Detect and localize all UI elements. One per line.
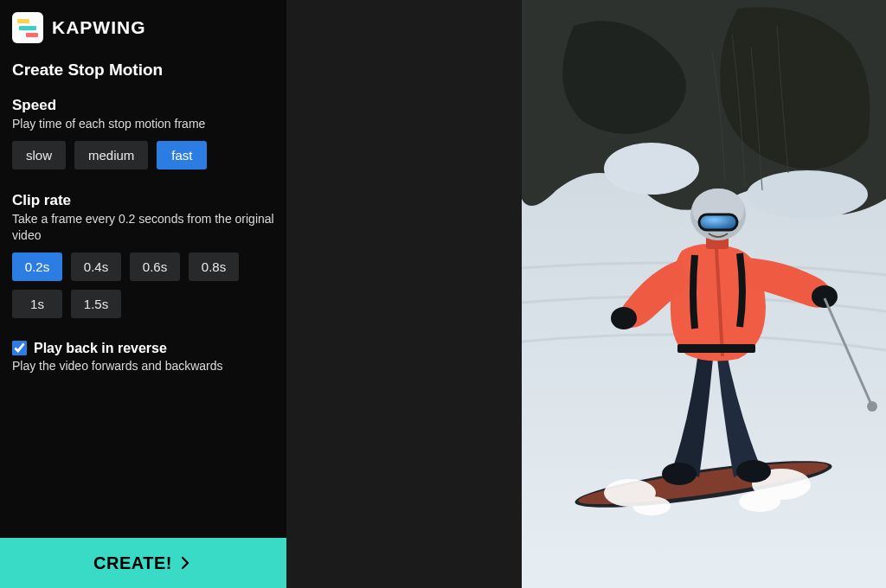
reverse-desc: Play the video forwards and backwards [12, 358, 274, 374]
svg-point-15 [867, 401, 877, 412]
speed-options: slowmediumfast [12, 141, 274, 169]
chevron-right-icon [177, 555, 193, 571]
sidebar: KAPWING Create Stop Motion Speed Play ti… [0, 0, 286, 588]
svg-point-2 [747, 170, 868, 219]
video-preview[interactable] [522, 0, 886, 588]
svg-point-13 [812, 285, 838, 308]
svg-point-10 [736, 460, 771, 483]
clip-rate-desc: Take a frame every 0.2 seconds from the … [12, 211, 274, 244]
sidebar-content: KAPWING Create Stop Motion Speed Play ti… [0, 0, 286, 538]
svg-rect-19 [699, 214, 737, 230]
speed-option-medium[interactable]: medium [74, 141, 148, 169]
reverse-section: Play back in reverse Play the video forw… [12, 341, 274, 374]
create-button-label: CREATE! [93, 553, 172, 573]
clip-rate-option-0-2s[interactable]: 0.2s [12, 252, 62, 281]
preview-gutter [286, 0, 522, 588]
create-button[interactable]: CREATE! [0, 538, 286, 588]
clip-rate-option-0-8s[interactable]: 0.8s [189, 252, 239, 281]
clip-rate-heading: Clip rate [12, 192, 274, 209]
speed-desc: Play time of each stop motion frame [12, 116, 274, 132]
page-title: Create Stop Motion [12, 61, 274, 80]
svg-point-1 [604, 143, 699, 195]
brand-logo[interactable]: KAPWING [12, 12, 274, 43]
svg-point-8 [739, 491, 780, 512]
svg-point-9 [662, 463, 697, 485]
speed-option-fast[interactable]: fast [157, 141, 207, 169]
clip-rate-option-0-4s[interactable]: 0.4s [71, 252, 121, 281]
reverse-checkbox[interactable] [12, 341, 27, 355]
clip-rate-option-1s[interactable]: 1s [12, 290, 62, 318]
clip-rate-option-0-6s[interactable]: 0.6s [130, 252, 180, 281]
svg-point-12 [611, 307, 637, 329]
clip-rate-options: 0.2s0.4s0.6s0.8s1s1.5s [12, 252, 274, 318]
snowboarder-preview-image [522, 0, 886, 588]
clip-rate-option-1-5s[interactable]: 1.5s [71, 290, 121, 318]
svg-rect-11 [677, 344, 755, 353]
svg-point-7 [632, 496, 671, 515]
speed-option-slow[interactable]: slow [12, 141, 66, 169]
kapwing-logo-icon [12, 12, 43, 43]
brand-name: KAPWING [52, 17, 146, 38]
speed-section: Speed Play time of each stop motion fram… [12, 97, 274, 169]
reverse-label[interactable]: Play back in reverse [34, 341, 167, 356]
speed-heading: Speed [12, 97, 274, 114]
clip-rate-section: Clip rate Take a frame every 0.2 seconds… [12, 192, 274, 318]
